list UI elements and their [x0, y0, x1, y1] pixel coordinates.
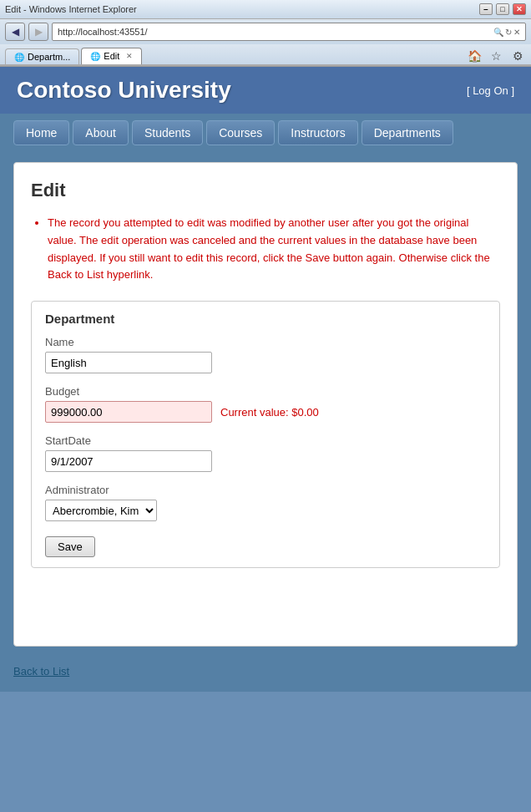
address-bar[interactable]: http://localhost:43551/ 🔍 ↻ ✕	[52, 23, 526, 41]
content-area: Edit The record you attempted to edit wa…	[0, 152, 531, 657]
nav-menu: Home About Students Courses Instructors …	[0, 114, 531, 152]
site-title: Contoso University	[17, 77, 231, 104]
administrator-field: Administrator Abercrombie, Kim	[45, 484, 486, 521]
address-text: http://localhost:43551/	[58, 27, 148, 37]
tabs-bar: 🌐 Departm... 🌐 Edit ✕ 🏠 ☆ ⚙	[0, 44, 531, 66]
tab-label-departments: Departm...	[28, 52, 70, 62]
tab-favicon-departments: 🌐	[14, 53, 24, 62]
nav-item-about[interactable]: About	[73, 120, 129, 145]
address-icons: 🔍 ↻ ✕	[493, 28, 520, 37]
tab-departments[interactable]: 🌐 Departm...	[5, 48, 79, 64]
administrator-select[interactable]: Abercrombie, Kim	[45, 500, 157, 521]
stop-icon[interactable]: ✕	[513, 28, 520, 37]
tab-edit[interactable]: 🌐 Edit ✕	[81, 48, 142, 64]
nav-item-students[interactable]: Students	[132, 120, 203, 145]
close-button[interactable]: ✕	[513, 3, 526, 15]
browser-toolbar-right: 🏠 ☆ ⚙	[466, 48, 526, 64]
name-field: Name	[45, 336, 486, 373]
page-wrapper: Contoso University [ Log On ] Home About…	[0, 67, 531, 692]
budget-current-value: Current value: $0.00	[220, 406, 319, 419]
title-bar-buttons: ‒ □ ✕	[479, 3, 526, 15]
form-section: Department Name Budget Current value: $0…	[31, 301, 500, 568]
budget-label: Budget	[45, 385, 486, 398]
refresh-icon[interactable]: ↻	[505, 28, 512, 37]
title-bar: Edit - Windows Internet Explorer ‒ □ ✕	[0, 0, 531, 19]
startdate-field: StartDate	[45, 434, 486, 472]
save-button[interactable]: Save	[45, 536, 95, 557]
tab-close-edit[interactable]: ✕	[126, 52, 133, 60]
browser-chrome: Edit - Windows Internet Explorer ‒ □ ✕ ◀…	[0, 0, 531, 67]
back-nav-button[interactable]: ◀	[5, 23, 25, 41]
tab-favicon-edit: 🌐	[90, 52, 100, 61]
administrator-label: Administrator	[45, 484, 486, 496]
window-title: Edit - Windows Internet Explorer	[5, 4, 137, 14]
nav-item-instructors[interactable]: Instructors	[278, 120, 357, 145]
startdate-label: StartDate	[45, 434, 486, 447]
budget-row: Current value: $0.00	[45, 401, 486, 423]
budget-input[interactable]	[45, 401, 212, 423]
settings-icon[interactable]: ⚙	[509, 48, 526, 64]
footer-links: Back to List	[0, 657, 531, 692]
error-list: The record you attempted to edit was mod…	[31, 215, 500, 284]
nav-item-courses[interactable]: Courses	[206, 120, 275, 145]
forward-nav-button[interactable]: ▶	[28, 23, 48, 41]
back-to-list-link[interactable]: Back to List	[13, 665, 69, 678]
tab-label-edit: Edit	[104, 51, 119, 61]
maximize-button[interactable]: □	[496, 3, 509, 15]
nav-item-home[interactable]: Home	[13, 120, 69, 145]
name-input[interactable]	[45, 352, 212, 373]
error-box: The record you attempted to edit was mod…	[31, 215, 500, 284]
search-icon: 🔍	[493, 28, 503, 37]
form-section-title: Department	[45, 312, 486, 326]
address-bar-row: ◀ ▶ http://localhost:43551/ 🔍 ↻ ✕	[0, 19, 531, 44]
content-box: Edit The record you attempted to edit wa…	[13, 162, 518, 647]
page-header: Contoso University [ Log On ]	[0, 67, 531, 114]
startdate-input[interactable]	[45, 450, 212, 472]
home-icon[interactable]: 🏠	[466, 48, 483, 64]
star-icon[interactable]: ☆	[488, 48, 504, 64]
page-title: Edit	[31, 180, 500, 201]
minimize-button[interactable]: ‒	[479, 3, 493, 15]
error-message: The record you attempted to edit was mod…	[48, 215, 500, 284]
nav-item-departments[interactable]: Departments	[362, 120, 453, 145]
budget-field: Budget Current value: $0.00	[45, 385, 486, 423]
logon-link[interactable]: [ Log On ]	[467, 84, 514, 97]
name-label: Name	[45, 336, 486, 348]
